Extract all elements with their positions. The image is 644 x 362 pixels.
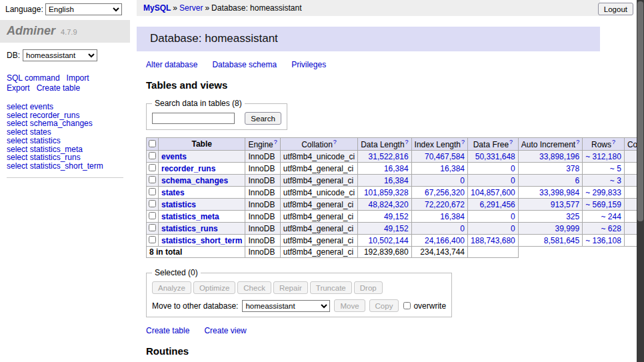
auto-increment-link[interactable]: 6 — [575, 176, 579, 185]
index-length-link[interactable]: 70,467,584 — [425, 152, 465, 161]
create-link[interactable]: Create view — [204, 326, 246, 335]
row-checkbox[interactable] — [149, 200, 156, 207]
help-link[interactable]: ? — [509, 139, 513, 145]
database-nav-link[interactable]: Database schema — [212, 60, 277, 69]
row-checkbox[interactable] — [149, 236, 156, 243]
help-link[interactable]: ? — [576, 139, 579, 145]
rows-link[interactable]: ~ 5 — [610, 164, 621, 173]
move-db-select[interactable]: homeassistant — [242, 300, 330, 312]
index-length-link[interactable]: 0 — [460, 176, 465, 185]
table-name-link[interactable]: states — [161, 188, 185, 197]
sidebar-table-link[interactable]: select states — [7, 128, 123, 137]
row-checkbox[interactable] — [149, 224, 156, 231]
sidebar-table-link[interactable]: select statistics — [7, 137, 123, 145]
create-link[interactable]: Create table — [146, 326, 189, 335]
move-button[interactable]: Move — [334, 299, 365, 312]
rows-link[interactable]: ~ 244 — [601, 212, 621, 221]
rows-link[interactable]: ~ 628 — [601, 224, 621, 233]
bulk-action-button[interactable]: Repair — [273, 281, 308, 294]
col-header-table: Table — [159, 138, 245, 151]
row-checkbox[interactable] — [149, 152, 156, 159]
vertical-scrollbar[interactable] — [637, 0, 644, 362]
sidebar-action-link[interactable]: SQL command — [7, 73, 60, 83]
data-free-link[interactable]: 0 — [511, 212, 515, 221]
data-free-link[interactable]: 104,857,600 — [471, 188, 515, 197]
table-name-link[interactable]: statistics_runs — [161, 224, 218, 233]
index-length-link[interactable]: 16,384 — [440, 164, 465, 173]
table-name-link[interactable]: statistics_meta — [161, 212, 219, 221]
row-checkbox[interactable] — [149, 212, 156, 219]
sidebar-action-link[interactable]: Create table — [37, 83, 80, 93]
help-link[interactable]: ? — [405, 139, 409, 145]
rows-cell: ~ 5 — [583, 163, 625, 175]
data-length-link[interactable]: 16,384 — [384, 164, 409, 173]
search-button[interactable]: Search — [245, 112, 281, 125]
database-nav-link[interactable]: Privileges — [291, 60, 326, 69]
table-name-link[interactable]: schema_changes — [161, 176, 228, 185]
select-all-checkbox[interactable] — [149, 140, 156, 147]
auto-increment-link[interactable]: 33,898,196 — [539, 152, 579, 161]
collation-cell: utf8mb4_general_ci — [280, 223, 357, 235]
search-input[interactable] — [152, 113, 235, 124]
bulk-action-button[interactable]: Analyze — [152, 281, 191, 294]
index-length-link[interactable]: 67,256,320 — [425, 188, 465, 197]
auto-increment-link[interactable]: 378 — [566, 164, 579, 173]
rows-link[interactable]: ~ 299,833 — [585, 188, 621, 197]
row-checkbox[interactable] — [149, 164, 156, 171]
index-length-link[interactable]: 72,220,672 — [425, 200, 465, 209]
bulk-action-button[interactable]: Drop — [354, 281, 383, 294]
rows-link[interactable]: ~ 136,108 — [585, 236, 621, 245]
data-free-link[interactable]: 6,291,456 — [479, 200, 515, 209]
auto-increment-link[interactable]: 325 — [566, 212, 579, 221]
rows-link[interactable]: ~ 312,180 — [585, 152, 621, 161]
data-length-link[interactable]: 16,384 — [384, 176, 409, 185]
data-free-link[interactable]: 188,743,680 — [471, 236, 515, 245]
help-link[interactable]: ? — [274, 139, 277, 145]
auto-increment-link[interactable]: 913,577 — [551, 200, 579, 209]
rows-link[interactable]: ~ 569,159 — [585, 200, 621, 209]
index-length-link[interactable]: 0 — [460, 224, 465, 233]
table-name-link[interactable]: statistics — [161, 200, 196, 209]
data-length-link[interactable]: 48,824,320 — [369, 200, 409, 209]
data-free-link[interactable]: 0 — [511, 164, 515, 173]
sidebar-table-link[interactable]: select events — [7, 103, 123, 111]
data-free-link[interactable]: 50,331,648 — [475, 152, 515, 161]
data-length-link[interactable]: 31,522,816 — [369, 152, 409, 161]
auto-increment-link[interactable]: 39,999 — [555, 224, 579, 233]
data-length-link[interactable]: 49,152 — [384, 212, 409, 221]
table-name-link[interactable]: statistics_short_term — [161, 236, 242, 245]
bulk-action-button[interactable]: Optimize — [193, 281, 235, 294]
language-select[interactable]: English — [45, 3, 122, 15]
table-name-link[interactable]: events — [161, 152, 187, 161]
auto-increment-link[interactable]: 8,581,645 — [544, 236, 579, 245]
sidebar-action-link[interactable]: Import — [67, 73, 89, 83]
database-nav-link[interactable]: Alter database — [146, 60, 197, 69]
bulk-action-button[interactable]: Truncate — [310, 281, 352, 294]
index-length-link[interactable]: 16,384 — [440, 212, 465, 221]
row-checkbox[interactable] — [149, 188, 156, 195]
data-free-link[interactable]: 0 — [511, 176, 515, 185]
data-length-link[interactable]: 49,152 — [384, 224, 409, 233]
help-link[interactable]: ? — [461, 139, 465, 145]
data-length-link[interactable]: 10,502,144 — [369, 236, 409, 245]
logout-button[interactable]: Logout — [598, 3, 633, 15]
data-length-link[interactable]: 101,859,328 — [364, 188, 409, 197]
index-length-link[interactable]: 24,166,400 — [425, 236, 465, 245]
breadcrumb-mysql-link[interactable]: MySQL — [143, 3, 171, 13]
overwrite-checkbox[interactable] — [403, 302, 411, 309]
scrollbar-thumb[interactable] — [637, 1, 643, 221]
sidebar-action-link[interactable]: Export — [7, 83, 30, 93]
auto-increment-link[interactable]: 33,398,984 — [539, 188, 579, 197]
auto-increment-cell: 39,999 — [518, 223, 582, 235]
sidebar-table-link[interactable]: select statistics_short_term — [7, 162, 123, 171]
db-select[interactable]: homeassistant — [23, 49, 97, 61]
help-link[interactable]: ? — [333, 139, 337, 145]
copy-button[interactable]: Copy — [369, 299, 399, 312]
rows-link[interactable]: ~ 3 — [610, 176, 621, 185]
bulk-action-button[interactable]: Check — [237, 281, 271, 294]
row-checkbox[interactable] — [149, 176, 156, 183]
breadcrumb-server-link[interactable]: Server — [179, 3, 203, 13]
help-link[interactable]: ? — [612, 139, 615, 145]
data-free-link[interactable]: 0 — [511, 224, 515, 233]
table-name-link[interactable]: recorder_runs — [161, 164, 215, 173]
